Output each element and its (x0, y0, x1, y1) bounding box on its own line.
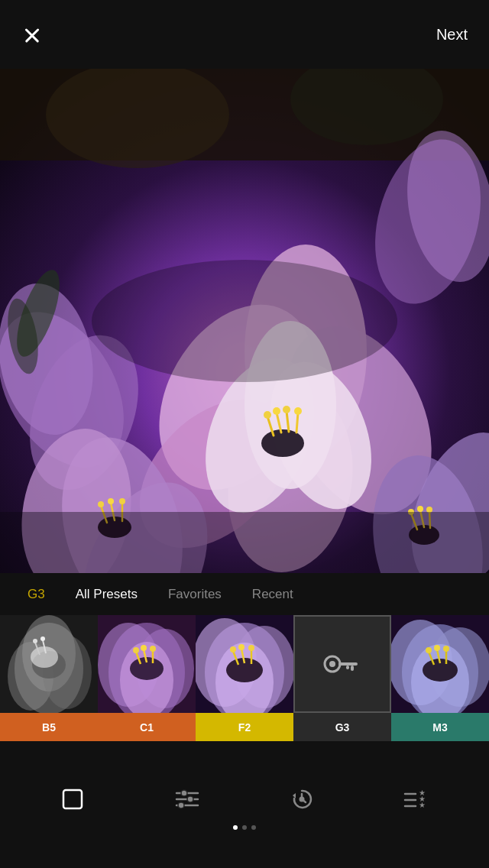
preset-m3[interactable]: M3 (391, 615, 489, 741)
tab-g3[interactable]: G3 (12, 579, 60, 610)
svg-point-100 (443, 646, 449, 652)
svg-point-22 (264, 411, 271, 419)
preset-label-g3: G3 (293, 713, 391, 741)
svg-point-69 (133, 647, 139, 653)
svg-point-45 (92, 260, 397, 382)
history-button[interactable] (283, 781, 320, 818)
preset-label-c1: C1 (98, 713, 196, 741)
tab-all-presets[interactable]: All Presets (60, 579, 153, 610)
tab-recent[interactable]: Recent (237, 579, 309, 610)
svg-point-23 (273, 407, 280, 415)
close-button[interactable] (18, 21, 46, 48)
filter-tabs: G3 All Presets Favorites Recent (0, 573, 489, 615)
svg-point-98 (426, 647, 432, 653)
svg-rect-46 (0, 512, 489, 573)
preset-thumb-b5 (0, 615, 98, 713)
svg-rect-101 (63, 790, 82, 808)
preset-thumb-g3 (293, 615, 391, 713)
svg-rect-87 (351, 666, 354, 671)
svg-line-21 (296, 413, 298, 432)
preset-label-m3: M3 (391, 713, 489, 741)
svg-point-44 (426, 507, 432, 513)
square-icon (60, 787, 85, 811)
top-bar: Next (0, 0, 489, 69)
preset-thumb-m3 (391, 615, 489, 713)
adjustments-button[interactable] (169, 781, 206, 818)
svg-point-85 (329, 661, 335, 667)
toolbar-icons: ★ ★ ★ (0, 769, 489, 818)
svg-rect-88 (346, 666, 349, 669)
svg-text:★: ★ (419, 801, 426, 809)
frames-button[interactable] (54, 781, 91, 818)
favorites-button[interactable]: ★ ★ ★ (398, 781, 435, 818)
svg-rect-86 (338, 662, 358, 666)
preset-label-f2: F2 (196, 713, 293, 741)
dot-2 (242, 825, 247, 830)
svg-point-58 (33, 639, 37, 643)
next-button[interactable]: Next (433, 20, 471, 50)
dot-3 (251, 825, 256, 830)
preset-label-b5: B5 (0, 713, 98, 741)
star-list-icon: ★ ★ ★ (403, 789, 429, 810)
svg-point-106 (187, 796, 193, 802)
dot-1 (233, 825, 238, 830)
svg-point-108 (178, 802, 184, 808)
main-image (0, 69, 489, 573)
g3-key-icon (323, 653, 361, 675)
svg-point-34 (108, 498, 114, 504)
svg-point-33 (98, 501, 104, 507)
preset-thumb-c1 (98, 615, 196, 713)
preset-b5[interactable]: B5 (0, 615, 98, 741)
tab-favorites[interactable]: Favorites (153, 579, 237, 610)
svg-point-82 (238, 644, 244, 650)
svg-point-59 (40, 636, 45, 641)
close-icon (23, 25, 41, 44)
svg-point-43 (417, 506, 423, 512)
history-icon (290, 788, 313, 811)
svg-point-24 (283, 406, 290, 413)
svg-point-71 (150, 646, 156, 652)
toolbar-dots (233, 825, 256, 830)
svg-point-83 (248, 645, 254, 651)
preset-g3[interactable]: G3 (293, 615, 391, 741)
svg-point-104 (181, 790, 187, 796)
preset-thumb-f2 (196, 615, 293, 713)
svg-point-99 (434, 645, 440, 651)
svg-point-81 (230, 646, 236, 653)
svg-point-25 (294, 407, 302, 415)
svg-point-17 (261, 429, 304, 457)
preset-c1[interactable]: C1 (98, 615, 196, 741)
sliders-icon (175, 789, 199, 809)
bottom-toolbar: ★ ★ ★ (0, 741, 489, 868)
flower-image (0, 69, 489, 573)
preset-f2[interactable]: F2 (196, 615, 293, 741)
svg-point-35 (119, 498, 125, 504)
presets-row: B5 C1 (0, 615, 489, 741)
svg-point-70 (141, 645, 147, 651)
